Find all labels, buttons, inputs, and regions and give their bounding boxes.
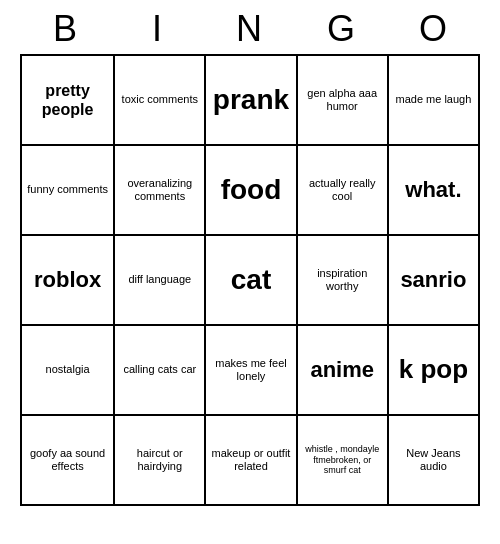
cell-4-3: makes me feel lonely [204, 326, 295, 414]
bingo-row-3: roblox diff language cat inspiration wor… [22, 234, 478, 324]
title-letter-i: I [115, 8, 201, 50]
cell-5-3: makeup or outfit related [204, 416, 295, 504]
bingo-row-5: goofy aa sound effects haircut or hairdy… [22, 414, 478, 504]
cell-1-3: prank [204, 56, 295, 144]
cell-3-2: diff language [113, 236, 204, 324]
bingo-row-4: nostalgia calling cats car makes me feel… [22, 324, 478, 414]
bingo-title: B I N G O [20, 0, 480, 54]
cell-1-5: made me laugh [387, 56, 478, 144]
cell-5-1: goofy aa sound effects [22, 416, 113, 504]
cell-4-5: k pop [387, 326, 478, 414]
title-letter-b: B [23, 8, 109, 50]
cell-4-1: nostalgia [22, 326, 113, 414]
cell-3-3: cat [204, 236, 295, 324]
bingo-row-1: pretty people toxic comments prank gen a… [22, 56, 478, 144]
cell-1-1: pretty people [22, 56, 113, 144]
cell-2-2: overanalizing comments [113, 146, 204, 234]
bingo-grid: pretty people toxic comments prank gen a… [20, 54, 480, 506]
title-letter-g: G [299, 8, 385, 50]
bingo-row-2: funny comments overanalizing comments fo… [22, 144, 478, 234]
cell-2-1: funny comments [22, 146, 113, 234]
title-letter-o: O [391, 8, 477, 50]
cell-1-2: toxic comments [113, 56, 204, 144]
cell-4-2: calling cats car [113, 326, 204, 414]
cell-1-4: gen alpha aaa humor [296, 56, 387, 144]
cell-5-2: haircut or hairdying [113, 416, 204, 504]
cell-4-4: anime [296, 326, 387, 414]
cell-3-1: roblox [22, 236, 113, 324]
cell-5-5: New Jeans audio [387, 416, 478, 504]
cell-3-4: inspiration worthy [296, 236, 387, 324]
cell-3-5: sanrio [387, 236, 478, 324]
cell-2-5: what. [387, 146, 478, 234]
title-letter-n: N [207, 8, 293, 50]
cell-2-3: food [204, 146, 295, 234]
cell-2-4: actually really cool [296, 146, 387, 234]
cell-5-4: whistle , mondayle ftmebroken, or smurf … [296, 416, 387, 504]
